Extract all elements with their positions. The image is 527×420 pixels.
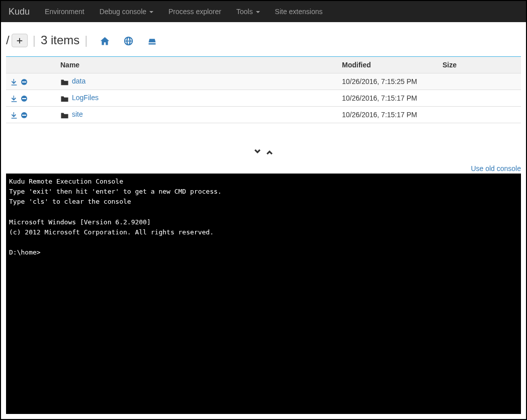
console-line: Type 'exit' then hit 'enter' to get a ne… xyxy=(9,188,222,195)
caret-icon xyxy=(149,11,153,13)
console-output[interactable]: Kudu Remote Execution Console Type 'exit… xyxy=(6,174,521,414)
download-icon[interactable] xyxy=(10,94,18,102)
console-line: (c) 2012 Microsoft Corporation. All righ… xyxy=(9,228,214,236)
download-icon[interactable] xyxy=(10,77,18,86)
top-navbar: Kudu Environment Debug console Process e… xyxy=(1,1,526,22)
col-name: Name xyxy=(56,57,338,73)
file-link[interactable]: data xyxy=(72,77,85,85)
table-row: LogFiles10/26/2016, 7:15:17 PM xyxy=(6,90,521,106)
delete-icon[interactable] xyxy=(20,94,28,102)
delete-icon[interactable] xyxy=(20,77,28,86)
path-root[interactable]: / xyxy=(6,33,10,47)
size-cell xyxy=(438,73,521,90)
table-row: site10/26/2016, 7:15:17 PM xyxy=(6,106,521,123)
size-cell xyxy=(438,90,521,106)
file-link[interactable]: LogFiles xyxy=(72,94,99,102)
nav-tools-label: Tools xyxy=(236,8,253,16)
chevron-down-icon[interactable] xyxy=(253,147,264,155)
console-prompt: D:\home> xyxy=(9,248,41,256)
modified-cell: 10/26/2016, 7:15:25 PM xyxy=(338,73,438,90)
nav-debug-console-label: Debug console xyxy=(100,8,146,16)
item-count: 3 items xyxy=(41,33,79,47)
brand-link[interactable]: Kudu xyxy=(9,2,37,22)
nav-process-explorer[interactable]: Process explorer xyxy=(161,3,229,21)
folder-icon xyxy=(60,94,69,102)
svg-rect-3 xyxy=(22,98,26,99)
globe-icon[interactable] xyxy=(123,33,134,47)
plus-icon xyxy=(16,37,23,44)
splitter xyxy=(1,123,526,162)
disk-icon[interactable] xyxy=(147,33,157,47)
console-line: Kudu Remote Execution Console xyxy=(9,178,123,185)
file-table: Name Modified Size data10/26/2016, 7:15:… xyxy=(6,56,521,123)
download-icon[interactable] xyxy=(10,111,18,119)
nav-site-extensions[interactable]: Site extensions xyxy=(268,3,330,21)
console-line: Microsoft Windows [Version 6.2.9200] xyxy=(9,218,151,226)
path-toolbar: / | 3 items | xyxy=(1,22,526,56)
col-actions xyxy=(6,57,56,73)
nav-tools[interactable]: Tools xyxy=(229,3,268,21)
file-link[interactable]: site xyxy=(72,110,83,118)
col-size: Size xyxy=(438,57,521,73)
console-line: Type 'cls' to clear the console xyxy=(9,198,131,205)
nav-environment[interactable]: Environment xyxy=(37,3,92,21)
use-old-console-link[interactable]: Use old console xyxy=(471,164,521,173)
home-icon[interactable] xyxy=(100,33,110,47)
add-button[interactable] xyxy=(12,34,28,47)
modified-cell: 10/26/2016, 7:15:17 PM xyxy=(338,90,438,106)
folder-icon xyxy=(60,111,69,119)
caret-icon xyxy=(256,11,260,13)
separator: | xyxy=(84,33,87,47)
svg-rect-1 xyxy=(22,81,26,82)
folder-icon xyxy=(60,77,69,86)
nav-debug-console[interactable]: Debug console xyxy=(92,3,161,21)
svg-rect-5 xyxy=(22,115,26,116)
delete-icon[interactable] xyxy=(20,111,28,119)
table-row: data10/26/2016, 7:15:25 PM xyxy=(6,73,521,90)
separator: | xyxy=(33,33,36,47)
chevron-up-icon[interactable] xyxy=(265,147,274,155)
modified-cell: 10/26/2016, 7:15:17 PM xyxy=(338,106,438,123)
col-modified: Modified xyxy=(338,57,438,73)
size-cell xyxy=(438,106,521,123)
